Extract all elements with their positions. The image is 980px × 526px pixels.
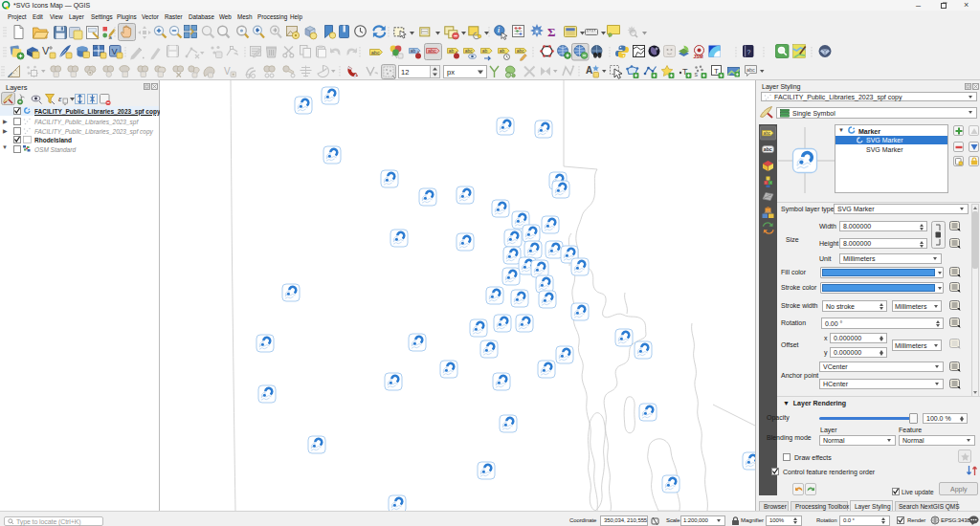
svg-text:V: V <box>42 45 50 56</box>
svg-text:abc: abc <box>371 50 380 55</box>
svg-text:ab: ab <box>411 48 416 54</box>
svg-text:T: T <box>714 67 719 76</box>
svg-text:12: 12 <box>401 68 409 77</box>
svg-text:V: V <box>224 66 231 77</box>
svg-text:abc: abc <box>428 48 436 54</box>
svg-text:A: A <box>586 65 592 76</box>
svg-text:abc: abc <box>764 131 771 136</box>
svg-text:JSM: JSM <box>694 54 703 59</box>
svg-text:px: px <box>447 68 455 77</box>
svg-text:ε: ε <box>58 94 62 103</box>
svg-text:ab: ab <box>482 48 488 54</box>
svg-text:?: ? <box>747 49 751 55</box>
svg-text:V: V <box>112 47 118 56</box>
svg-text:Σ: Σ <box>547 25 556 39</box>
svg-text:abc: abc <box>764 146 772 152</box>
svg-text:abc: abc <box>465 48 474 54</box>
svg-text:a: a <box>109 34 113 40</box>
svg-text:ab: ab <box>500 48 505 54</box>
svg-text:abc: abc <box>746 67 755 73</box>
svg-text:s: s <box>695 71 699 77</box>
svg-text:abc: abc <box>517 48 525 54</box>
svg-text:ab: ab <box>449 48 455 54</box>
